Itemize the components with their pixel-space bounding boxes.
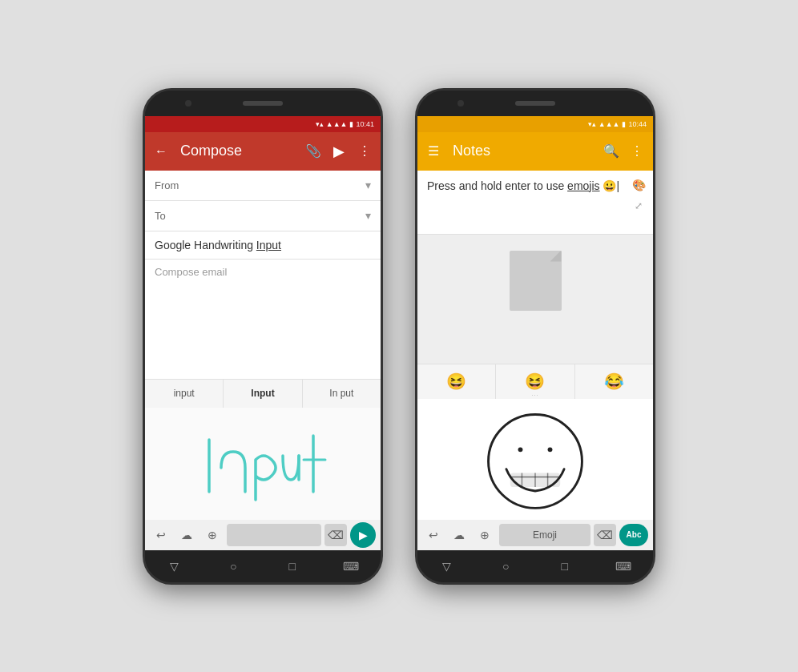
emoji-bar: 😆 😆 ... 😂 [417,364,653,399]
compose-body: From ▾ To ▾ Google Handwriting Input Com… [145,171,381,550]
emoji-3[interactable]: 😂 [575,364,653,399]
emoji-dots: ... [532,391,539,396]
suggestions-bar: input Input In put [145,379,381,408]
keyboard-nav-1[interactable]: ⌨ [341,557,361,576]
time-2: 10:44 [628,120,647,128]
more-button-2[interactable]: ⋮ [627,143,647,159]
home-nav-1[interactable]: ○ [224,557,243,576]
suggestion-2[interactable]: Input [224,380,302,408]
status-bar-2: ▾▴ ▲▲▲ ▮ 10:44 [417,116,653,132]
front-camera-2 [457,100,464,107]
attach-button[interactable]: 📎 [304,143,323,159]
front-camera-1 [185,100,191,107]
handwriting-area-1[interactable] [145,408,381,520]
nav-bar-2: ▽ ○ □ ⌨ [417,550,653,582]
email-body-placeholder: Compose email [155,266,227,278]
phone-top-2 [417,91,653,116]
delete-button-2[interactable]: ⌫ [594,524,616,546]
from-field[interactable]: From ▾ [145,171,381,201]
globe-button-2[interactable]: ⊕ [474,524,496,546]
handwriting-svg-1 [145,408,381,520]
cloud-button-1[interactable]: ☁ [175,524,198,546]
more-button-1[interactable]: ⋮ [355,143,374,159]
handwriting-area-2[interactable] [417,399,653,520]
phone-2: ▾▴ ▲▲▲ ▮ 10:44 ☰ Notes 🔍 ⋮ Press and hol… [415,88,655,585]
suggestion-1-label: input [174,388,195,399]
wifi-icon-2: ▾▴ [588,120,596,128]
recent-nav-1[interactable]: □ [283,557,302,576]
status-bar-1: ▾▴ ▲▲▲ ▮ 10:41 [145,116,381,132]
time-1: 10:41 [356,120,374,128]
speaker-1 [243,101,283,106]
battery-icon-2: ▮ [622,120,626,128]
recent-nav-2[interactable]: □ [555,557,574,576]
abc-label: Abc [627,530,642,539]
signal-icon-1: ▲▲▲ [326,120,348,128]
home-nav-2[interactable]: ○ [496,557,515,576]
speaker-2 [515,101,555,106]
status-icons-2: ▾▴ ▲▲▲ ▮ 10:44 [588,120,647,128]
emoji-mode-button[interactable]: Emoji [499,524,590,546]
suggestion-3[interactable]: In put [303,380,381,408]
screen-2: ▾▴ ▲▲▲ ▮ 10:44 ☰ Notes 🔍 ⋮ Press and hol… [417,116,653,550]
blank-area [417,235,653,364]
emoji-3-char: 😂 [604,372,624,391]
emoji-face-svg [417,399,653,520]
spacer-bar-1[interactable] [227,524,321,546]
undo-button-2[interactable]: ↩ [422,524,445,546]
note-area[interactable]: Press and hold enter to use emojis 😀| 🎨 … [417,171,653,235]
phone-1: ▾▴ ▲▲▲ ▮ 10:41 ← Compose 📎 ▶ ⋮ From ▾ To [143,88,383,585]
battery-icon-1: ▮ [349,120,353,128]
suggestion-1[interactable]: input [145,380,224,408]
emoji-2[interactable]: 😆 ... [496,364,574,399]
abc-button[interactable]: Abc [619,524,648,546]
back-button-1[interactable]: ← [151,144,171,159]
to-chevron-icon: ▾ [365,209,371,222]
subject-underline: Input [256,239,281,251]
signal-icon-2: ▲▲▲ [598,120,620,128]
suggestion-2-label: Input [251,388,274,399]
note-icons: 🎨 ⤢ [631,177,647,214]
menu-button-2[interactable]: ☰ [424,143,443,159]
back-nav-2[interactable]: ▽ [437,557,457,576]
svg-point-3 [518,447,523,452]
to-label: To [155,210,179,222]
screen-1: ▾▴ ▲▲▲ ▮ 10:41 ← Compose 📎 ▶ ⋮ From ▾ To [145,116,381,550]
emoji-2-char: 😆 [525,372,545,391]
gmail-toolbar: ← Compose 📎 ▶ ⋮ [145,132,381,171]
email-body[interactable]: Compose email [145,260,381,379]
emoji-label: Emoji [533,529,557,541]
back-nav-1[interactable]: ▽ [165,557,184,576]
expand-icon[interactable]: ⤢ [631,198,647,214]
undo-button-1[interactable]: ↩ [150,524,172,546]
keep-body: Press and hold enter to use emojis 😀| 🎨 … [417,171,653,550]
cloud-button-2[interactable]: ☁ [448,524,470,546]
keep-toolbar: ☰ Notes 🔍 ⋮ [417,132,653,171]
delete-button-1[interactable]: ⌫ [324,524,347,546]
keyboard-bottom-2: ↩ ☁ ⊕ Emoji ⌫ Abc [417,520,653,550]
from-label: From [155,179,179,191]
svg-point-2 [489,414,582,508]
palette-icon[interactable]: 🎨 [631,177,647,193]
keyboard-nav-2[interactable]: ⌨ [614,557,633,576]
notes-title: Notes [453,143,595,159]
from-chevron-icon: ▾ [365,179,371,191]
to-field[interactable]: To ▾ [145,201,381,231]
nav-bar-1: ▽ ○ □ ⌨ [145,550,381,582]
send-toolbar-button[interactable]: ▶ [329,143,349,160]
subject-text: Google Handwriting Input [155,239,281,251]
subject-field[interactable]: Google Handwriting Input [145,231,381,260]
globe-button-1[interactable]: ⊕ [201,524,224,546]
emojis-underline: emojis [567,179,599,192]
compose-title: Compose [180,143,297,159]
search-button-2[interactable]: 🔍 [602,143,621,159]
status-icons-1: ▾▴ ▲▲▲ ▮ 10:41 [316,120,374,128]
emoji-1[interactable]: 😆 [417,364,496,399]
paper-fold [550,251,562,262]
send-button-1[interactable]: ▶ [350,522,376,548]
svg-point-4 [548,447,553,452]
emoji-1-char: 😆 [446,372,466,391]
phone-top-1 [145,91,381,116]
paper-icon [510,251,562,311]
keyboard-bottom-1: ↩ ☁ ⊕ ⌫ ▶ [145,520,381,550]
